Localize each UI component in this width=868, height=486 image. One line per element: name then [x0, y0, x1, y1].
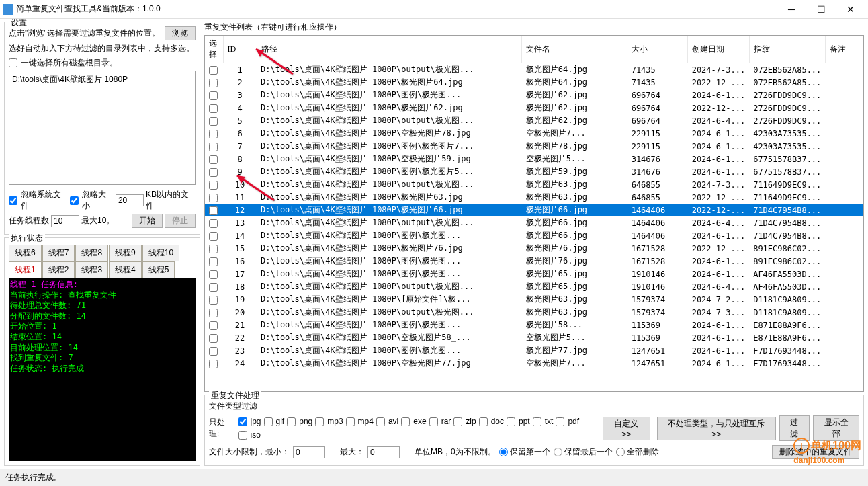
row-checkbox[interactable] [209, 232, 218, 241]
table-row[interactable]: 12D:\tools\桌面\4K壁纸图片 1080P\极光图片66.jpg极光图… [205, 204, 863, 216]
row-checkbox[interactable] [209, 245, 218, 253]
row-checkbox[interactable] [209, 143, 218, 151]
table-row[interactable]: 5D:\tools\桌面\4K壁纸图片 1080P\output\极光图...极… [205, 114, 863, 127]
stop-button[interactable]: 停止 [165, 214, 196, 228]
type-ppt-checkbox[interactable] [507, 417, 515, 426]
browse-button[interactable]: 浏览 [165, 26, 196, 40]
delete-all-radio[interactable] [616, 448, 625, 456]
path-item[interactable]: D:\tools\桌面\4K壁纸图片 1080P [12, 74, 192, 85]
close-button[interactable]: ✕ [836, 0, 865, 19]
table-row[interactable]: 8D:\tools\桌面\4K壁纸图片 1080P\空极光图片59.jpg空极光… [205, 153, 863, 165]
thread-tab[interactable]: 线程2 [42, 261, 75, 278]
row-checkbox[interactable] [209, 79, 218, 87]
thread-tab[interactable]: 线程1 [9, 261, 42, 278]
row-checkbox[interactable] [209, 296, 218, 305]
table-row[interactable]: 6D:\tools\桌面\4K壁纸图片 1080P\空极光图片78.jpg空极光… [205, 127, 863, 140]
table-row[interactable]: 13D:\tools\桌面\4K壁纸图片 1080P\output\极光图...… [205, 216, 863, 229]
table-row[interactable]: 15D:\tools\桌面\4K壁纸图片 1080P\极光图片76.jpg极光图… [205, 242, 863, 255]
thread-tab[interactable]: 线程10 [142, 245, 179, 261]
type-jpg-checkbox[interactable] [238, 417, 247, 426]
thread-tab[interactable]: 线程8 [75, 245, 108, 261]
ignore-size-checkbox[interactable] [70, 196, 79, 205]
type-txt-checkbox[interactable] [533, 417, 541, 426]
file-table-wrapper[interactable]: 选择ID路径文件名大小创建日期指纹备注 1D:\tools\桌面\4K壁纸图片 … [204, 35, 864, 392]
table-row[interactable]: 9D:\tools\桌面\4K壁纸图片 1080P\图例\极光图片5...极光图… [205, 165, 863, 178]
row-checkbox[interactable] [209, 194, 218, 202]
table-row[interactable]: 3D:\tools\桌面\4K壁纸图片 1080P\图例\极光图...极光图片6… [205, 89, 863, 102]
row-checkbox[interactable] [209, 117, 218, 126]
table-row[interactable]: 21D:\tools\桌面\4K壁纸图片 1080P\图例\极光图...极光图片… [205, 319, 863, 331]
col-header[interactable]: 路径 [257, 36, 522, 63]
table-row[interactable]: 17D:\tools\桌面\4K壁纸图片 1080P\图例\极光图...极光图片… [205, 268, 863, 280]
type-pdf-checkbox[interactable] [556, 417, 564, 426]
table-row[interactable]: 4D:\tools\桌面\4K壁纸图片 1080P\极光图片62.jpg极光图片… [205, 102, 863, 114]
ignore-sys-checkbox[interactable] [9, 196, 17, 205]
thread-tab[interactable]: 线程9 [109, 245, 142, 261]
col-header[interactable]: 指纹 [749, 36, 825, 63]
table-row[interactable]: 16D:\tools\桌面\4K壁纸图片 1080P\图例\极光图...极光图片… [205, 255, 863, 268]
maximize-button[interactable]: ☐ [806, 0, 836, 19]
row-checkbox[interactable] [209, 104, 218, 113]
col-header[interactable]: ID [223, 36, 257, 63]
row-checkbox[interactable] [209, 309, 218, 317]
table-row[interactable]: 2D:\tools\桌面\4K壁纸图片 1080P\极光图片64.jpg极光图片… [205, 76, 863, 89]
custom-button[interactable]: 自定义>> [603, 417, 650, 440]
size-max-input[interactable] [367, 446, 400, 458]
filter-button[interactable]: 过滤 [779, 415, 810, 441]
type-png-checkbox[interactable] [287, 417, 296, 426]
row-checkbox[interactable] [209, 206, 218, 215]
thread-tab[interactable]: 线程5 [142, 261, 175, 278]
table-row[interactable]: 11D:\tools\桌面\4K壁纸图片 1080P\极光图片63.jpg极光图… [205, 191, 863, 204]
type-iso-checkbox[interactable] [238, 431, 247, 440]
table-row[interactable]: 24D:\tools\桌面\4K壁纸图片 1080P\空极光图片77.jpg空极… [205, 357, 863, 370]
row-checkbox[interactable] [209, 155, 218, 164]
type-mp4-checkbox[interactable] [346, 417, 355, 426]
delete-selected-button[interactable]: 删除选中的重复文件 [772, 445, 859, 459]
row-checkbox[interactable] [209, 334, 218, 343]
row-checkbox[interactable] [209, 321, 218, 330]
start-button[interactable]: 开始 [132, 214, 163, 228]
row-checkbox[interactable] [209, 270, 218, 279]
table-row[interactable]: 22D:\tools\桌面\4K壁纸图片 1080P\空极光图片58_...空极… [205, 331, 863, 344]
row-checkbox[interactable] [209, 360, 218, 368]
size-input[interactable] [116, 194, 144, 206]
table-row[interactable]: 18D:\tools\桌面\4K壁纸图片 1080P\output\极光图...… [205, 280, 863, 293]
type-avi-checkbox[interactable] [376, 417, 385, 426]
row-checkbox[interactable] [209, 257, 218, 266]
row-checkbox[interactable] [209, 347, 218, 356]
col-header[interactable]: 大小 [627, 36, 688, 63]
table-row[interactable]: 19D:\tools\桌面\4K壁纸图片 1080P\[原始文件]\极...极光… [205, 293, 863, 306]
row-checkbox[interactable] [209, 219, 218, 228]
show-all-button[interactable]: 显示全部 [813, 415, 859, 441]
col-header[interactable]: 备注 [825, 36, 863, 63]
thread-tab[interactable]: 线程7 [42, 245, 75, 261]
one-click-checkbox[interactable] [9, 58, 17, 67]
row-checkbox[interactable] [209, 168, 218, 177]
col-header[interactable]: 创建日期 [688, 36, 749, 63]
type-doc-checkbox[interactable] [479, 417, 488, 426]
thread-tab[interactable]: 线程4 [109, 261, 142, 278]
row-checkbox[interactable] [209, 181, 218, 190]
row-checkbox[interactable] [209, 130, 218, 138]
table-row[interactable]: 7D:\tools\桌面\4K壁纸图片 1080P\图例\极光图片7...极光图… [205, 140, 863, 153]
thread-tab[interactable]: 线程3 [75, 261, 108, 278]
thread-tab[interactable]: 线程6 [9, 245, 42, 261]
path-listbox[interactable]: D:\tools\桌面\4K壁纸图片 1080P [9, 71, 196, 185]
table-row[interactable]: 14D:\tools\桌面\4K壁纸图片 1080P\图例\极光图...极光图片… [205, 229, 863, 242]
keep-first-radio[interactable] [499, 448, 508, 456]
no-types-button[interactable]: 不处理类型，与只处理互斥>> [657, 417, 776, 440]
table-row[interactable]: 23D:\tools\桌面\4K壁纸图片 1080P\图例\极光图...极光图片… [205, 344, 863, 357]
type-rar-checkbox[interactable] [429, 417, 438, 426]
col-header[interactable]: 文件名 [522, 36, 627, 63]
minimize-button[interactable]: ─ [777, 0, 806, 19]
row-checkbox[interactable] [209, 283, 218, 292]
type-gif-checkbox[interactable] [264, 417, 273, 426]
row-checkbox[interactable] [209, 66, 218, 75]
row-checkbox[interactable] [209, 91, 218, 100]
col-header[interactable]: 选择 [205, 36, 223, 63]
table-row[interactable]: 10D:\tools\桌面\4K壁纸图片 1080P\output\极光图...… [205, 178, 863, 191]
keep-last-radio[interactable] [554, 448, 562, 456]
file-table[interactable]: 选择ID路径文件名大小创建日期指纹备注 1D:\tools\桌面\4K壁纸图片 … [205, 36, 863, 370]
type-mp3-checkbox[interactable] [315, 417, 324, 426]
type-exe-checkbox[interactable] [401, 417, 410, 426]
